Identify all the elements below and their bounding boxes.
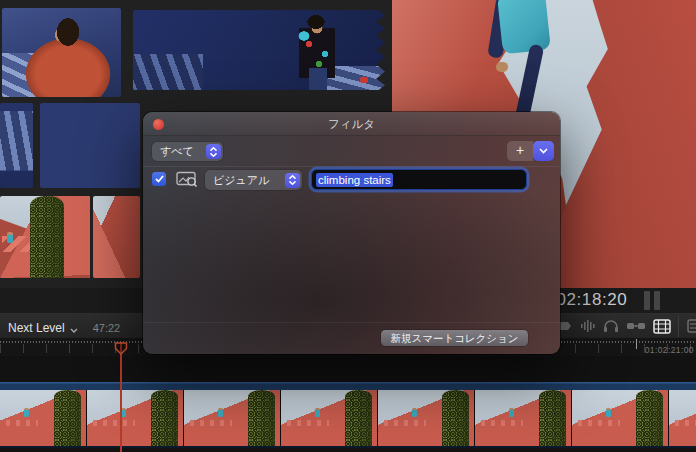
add-rule-group: + bbox=[507, 141, 554, 161]
clip-thumbnail-stairs-partial[interactable] bbox=[0, 103, 33, 188]
cactus-art bbox=[345, 390, 372, 446]
project-duration: 47:22 bbox=[93, 322, 121, 334]
clip-filmstrip bbox=[0, 390, 696, 446]
dialog-title-bar[interactable]: フィルタ bbox=[143, 112, 560, 136]
dialog-title: フィルタ bbox=[143, 117, 560, 132]
cactus-art bbox=[151, 390, 178, 446]
popup-stepper-icon bbox=[285, 173, 300, 188]
project-info[interactable]: Next Level 47:22 bbox=[8, 319, 120, 337]
match-popup[interactable]: すべて bbox=[152, 142, 223, 161]
rule-type-value: ビジュアル bbox=[205, 173, 285, 188]
visual-search-icon bbox=[176, 171, 198, 192]
person-art bbox=[509, 408, 514, 417]
person-art bbox=[606, 408, 611, 417]
clip-thumbnail-blue-stairs-wide[interactable] bbox=[133, 10, 385, 90]
filmstrip-frame bbox=[0, 390, 87, 446]
project-name: Next Level bbox=[8, 321, 65, 335]
rule-type-popup[interactable]: ビジュアル bbox=[205, 170, 302, 190]
person-art bbox=[7, 232, 13, 243]
clip-thumbnail-red-shirt[interactable] bbox=[2, 8, 121, 97]
final-cut-pro-window: 01:02:18:20 Next Level 47:22 bbox=[0, 0, 696, 452]
cactus-art bbox=[248, 390, 275, 446]
person-part bbox=[497, 0, 551, 54]
clip-thumbnail-red-pyramid[interactable] bbox=[93, 196, 140, 278]
person-art bbox=[24, 408, 29, 417]
cactus-art bbox=[54, 390, 81, 446]
audio-meters[interactable] bbox=[644, 291, 660, 310]
filmstrip-frame bbox=[572, 390, 669, 446]
clip-connect-icon[interactable] bbox=[626, 319, 644, 334]
match-popup-value: すべて bbox=[152, 144, 206, 159]
filmstrip-frame bbox=[184, 390, 281, 446]
add-rule-button[interactable]: + bbox=[507, 141, 533, 161]
ruler-timecode-label: 01:02:21:00 bbox=[645, 345, 694, 355]
toolbar-divider bbox=[678, 316, 679, 337]
filter-text-input[interactable]: climbing stairs bbox=[311, 169, 527, 190]
dialog-divider bbox=[143, 166, 560, 167]
chevron-down-icon[interactable] bbox=[70, 319, 78, 337]
person-art bbox=[218, 408, 223, 417]
person-art bbox=[315, 408, 320, 417]
rule-enabled-checkbox[interactable] bbox=[152, 172, 166, 186]
filter-dialog: フィルタ すべて + ビジュアル bbox=[143, 112, 560, 354]
selected-text: climbing stairs bbox=[316, 173, 393, 187]
timeline-clip[interactable] bbox=[0, 382, 696, 448]
popup-stepper-icon bbox=[206, 144, 221, 159]
playhead-handle[interactable] bbox=[114, 341, 128, 359]
clip-thumbnail-striped-shirt[interactable] bbox=[40, 103, 140, 188]
cactus-art bbox=[539, 390, 566, 446]
filmstrip-frame bbox=[475, 390, 572, 446]
cactus-art bbox=[636, 390, 663, 446]
filmstrip-frame bbox=[669, 390, 696, 446]
clip-thumbnail-cactus[interactable] bbox=[0, 196, 90, 278]
person-part bbox=[496, 62, 508, 72]
clip-appearance-icon[interactable] bbox=[687, 319, 696, 334]
ruler-tick bbox=[636, 339, 637, 349]
filmstrip-icon[interactable] bbox=[653, 319, 671, 334]
chevron-down-icon bbox=[539, 148, 548, 154]
check-icon bbox=[155, 175, 164, 183]
marker-icon[interactable] bbox=[558, 319, 576, 334]
cactus-art bbox=[30, 196, 64, 278]
audio-waveform-icon[interactable] bbox=[580, 319, 598, 334]
filmstrip-frame bbox=[281, 390, 378, 446]
filmstrip-frame bbox=[87, 390, 184, 446]
dialog-divider bbox=[143, 322, 560, 323]
headphones-icon[interactable] bbox=[603, 319, 621, 334]
add-rule-menu-button[interactable] bbox=[533, 141, 554, 161]
filmstrip-frame bbox=[378, 390, 475, 446]
new-smart-collection-button[interactable]: 新規スマートコレクション bbox=[381, 330, 528, 346]
clip-title-bar bbox=[0, 382, 696, 390]
person-art bbox=[412, 408, 417, 417]
cactus-art bbox=[442, 390, 469, 446]
